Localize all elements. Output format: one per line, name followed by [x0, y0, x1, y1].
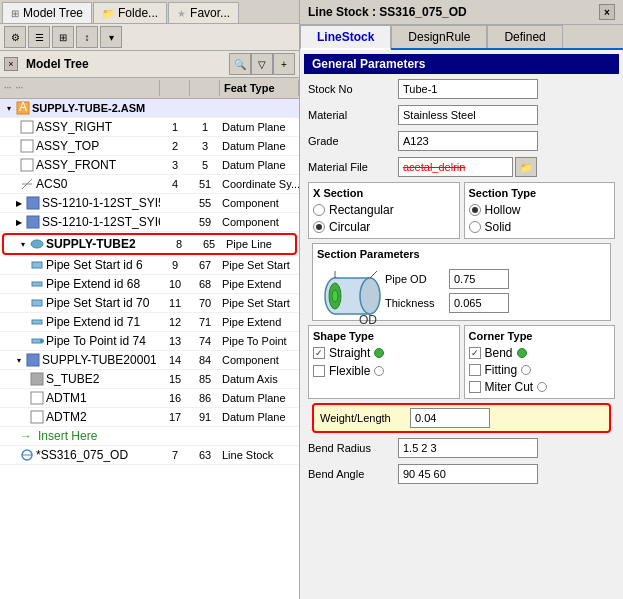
insert-here-row[interactable]: → Insert Here	[0, 427, 299, 446]
straight-item[interactable]: ✓ Straight	[313, 346, 455, 360]
tree-header: ··· ··· Feat Type	[0, 78, 299, 99]
svg-rect-7	[27, 197, 39, 209]
tab-defined[interactable]: Defined	[487, 25, 562, 48]
stock-no-input[interactable]	[398, 79, 538, 99]
section-params-box: Section Parameters	[312, 243, 611, 321]
bend-radius-input[interactable]	[398, 438, 538, 458]
tree-row[interactable]: ASSY_RIGHT 1 1 Datum Plane	[0, 118, 299, 137]
bend-dot	[517, 348, 527, 358]
model-tree[interactable]: ··· ··· Feat Type ▾ A SUPPLY-TUBE-2.ASM	[0, 78, 299, 599]
svg-rect-13	[32, 320, 42, 324]
grade-row: Grade	[308, 130, 615, 152]
tree-row[interactable]: Pipe Set Start id 70 11 70 Pipe Set Star…	[0, 294, 299, 313]
flexible-item[interactable]: Flexible	[313, 364, 455, 378]
tab-model-tree[interactable]: ⊞ Model Tree	[2, 2, 92, 23]
supply-tube2-row[interactable]: ▾ SUPPLY-TUBE2 8 65 Pipe Line	[2, 233, 297, 255]
pipe-od-row: Pipe OD	[385, 269, 509, 289]
tree-row[interactable]: ADTM2 17 91 Datum Plane	[0, 408, 299, 427]
bend-angle-input[interactable]	[398, 464, 538, 484]
axis-icon	[30, 372, 44, 386]
svg-rect-2	[21, 121, 33, 133]
svg-rect-16	[27, 354, 39, 366]
bend-radius-label: Bend Radius	[308, 442, 398, 454]
pipe-visual: OD	[317, 266, 377, 316]
bend-checkbox[interactable]: ✓	[469, 347, 481, 359]
panel-close-button[interactable]: ×	[4, 57, 18, 71]
rectangular-radio[interactable]	[313, 204, 325, 216]
expand-icon[interactable]: ▶	[14, 217, 24, 227]
asm-icon: A	[16, 101, 30, 115]
browse-button[interactable]: 📁	[515, 157, 537, 177]
expand-icon[interactable]: ▾	[4, 103, 14, 113]
fitting-checkbox[interactable]	[469, 364, 481, 376]
pipe-point-icon	[30, 334, 44, 348]
left-panel: ⊞ Model Tree 📁 Folde... ★ Favor... ⚙ ☰ ⊞…	[0, 0, 300, 599]
tree-row[interactable]: ADTM1 16 86 Datum Plane	[0, 389, 299, 408]
tree-row[interactable]: ASSY_TOP 2 3 Datum Plane	[0, 137, 299, 156]
svg-point-26	[360, 278, 380, 314]
svg-rect-3	[21, 140, 33, 152]
tab-favor[interactable]: ★ Favor...	[168, 2, 239, 23]
svg-rect-8	[27, 216, 39, 228]
svg-rect-4	[21, 159, 33, 171]
view-button[interactable]: ☰	[28, 26, 50, 48]
circular-option[interactable]: Circular	[313, 220, 455, 234]
tree-row[interactable]: ▶ SS-1210-1-12ST_SYI5 55 Component	[0, 194, 299, 213]
tree-row[interactable]: Pipe Extend id 68 10 68 Pipe Extend	[0, 275, 299, 294]
pipe-set-icon	[30, 296, 44, 310]
tree-row[interactable]: ACS0 4 51 Coordinate Sy...	[0, 175, 299, 194]
settings-button[interactable]: ⚙	[4, 26, 26, 48]
pipe-od-input[interactable]	[449, 269, 509, 289]
tree-row[interactable]: ▶ SS-1210-1-12ST_SYI6 59 Component	[0, 213, 299, 232]
tree-row[interactable]: S_TUBE2 15 85 Datum Axis	[0, 370, 299, 389]
expand-icon[interactable]: ▾	[18, 239, 28, 249]
miter-checkbox[interactable]	[469, 381, 481, 393]
material-input[interactable]	[398, 105, 538, 125]
straight-checkbox[interactable]: ✓	[313, 347, 325, 359]
flexible-checkbox[interactable]	[313, 365, 325, 377]
more-button[interactable]: ▾	[100, 26, 122, 48]
circular-radio[interactable]	[313, 221, 325, 233]
hollow-radio[interactable]	[469, 204, 481, 216]
hollow-option[interactable]: Hollow	[469, 203, 611, 217]
solid-radio[interactable]	[469, 221, 481, 233]
solid-option[interactable]: Solid	[469, 220, 611, 234]
fitting-item[interactable]: Fitting	[469, 363, 611, 377]
rectangular-option[interactable]: Rectangular	[313, 203, 455, 217]
tree-row[interactable]: Pipe Set Start id 6 9 67 Pipe Set Start	[0, 256, 299, 275]
expand-button[interactable]: ⊞	[52, 26, 74, 48]
svg-line-31	[370, 271, 377, 278]
miter-item[interactable]: Miter Cut	[469, 380, 611, 394]
datum-icon	[30, 391, 44, 405]
straight-dot	[374, 348, 384, 358]
search-button[interactable]: 🔍	[229, 53, 251, 75]
tree-row[interactable]: Pipe Extend id 71 12 71 Pipe Extend	[0, 313, 299, 332]
tab-linestock[interactable]: LineStock	[300, 25, 391, 50]
tab-designrule[interactable]: DesignRule	[391, 25, 487, 48]
tab-folder[interactable]: 📁 Folde...	[93, 2, 167, 23]
bend-item[interactable]: ✓ Bend	[469, 346, 611, 360]
linestock-row[interactable]: *SS316_075_OD 7 63 Line Stock	[0, 446, 299, 465]
stock-no-row: Stock No	[308, 78, 615, 100]
weight-length-input[interactable]	[410, 408, 490, 428]
datum-icon	[20, 158, 34, 172]
expand-icon[interactable]: ▾	[14, 355, 24, 365]
bend-radius-row: Bend Radius	[308, 437, 615, 459]
material-file-input[interactable]	[398, 157, 513, 177]
dialog-close-button[interactable]: ×	[599, 4, 615, 20]
thickness-input[interactable]	[449, 293, 509, 313]
tree-row[interactable]: ASSY_FRONT 3 5 Datum Plane	[0, 156, 299, 175]
grade-input[interactable]	[398, 131, 538, 151]
material-label: Material	[308, 109, 398, 121]
filter-button[interactable]: ▽	[251, 53, 273, 75]
add-button[interactable]: +	[273, 53, 295, 75]
weight-length-row: Weight/Length	[312, 403, 611, 433]
tree-row[interactable]: Pipe To Point id 74 13 74 Pipe To Point	[0, 332, 299, 351]
tree-row[interactable]: ▾ SUPPLY-TUBE20001 14 84 Component	[0, 351, 299, 370]
sort-button[interactable]: ↕	[76, 26, 98, 48]
svg-rect-19	[31, 411, 43, 423]
tree-row[interactable]: ▾ A SUPPLY-TUBE-2.ASM	[0, 99, 299, 118]
linestock-icon	[20, 448, 34, 462]
pipe-extend-icon	[30, 277, 44, 291]
expand-icon[interactable]: ▶	[14, 198, 24, 208]
